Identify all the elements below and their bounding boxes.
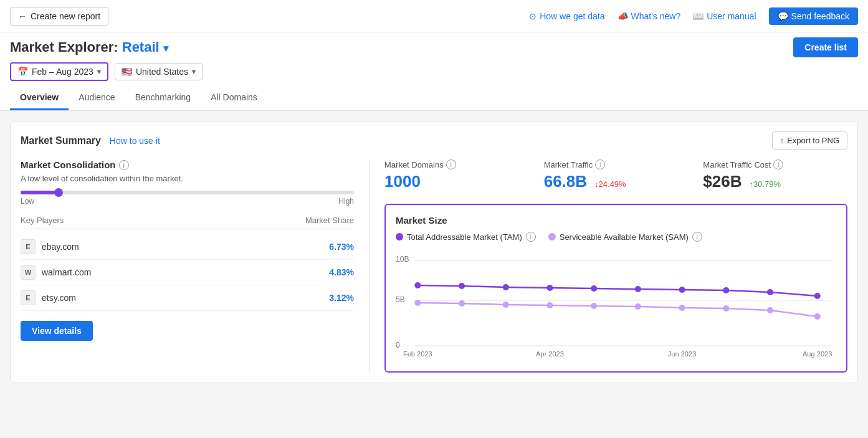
traffic-info-icon[interactable]: i <box>595 159 605 169</box>
create-list-button[interactable]: Create list <box>793 37 858 57</box>
bar-labels: Low High <box>21 197 354 206</box>
how-to-use-link[interactable]: How to use it <box>110 136 160 146</box>
market-traffic-value-row: 66.8B ↓24.49% <box>544 172 689 191</box>
tabs: Overview Audience Benchmarking All Domai… <box>10 87 858 110</box>
page-header-top: Market Explorer: Retail ▾ Create list <box>10 37 858 62</box>
export-button[interactable]: ↑ Export to PNG <box>772 131 847 150</box>
svg-point-9 <box>546 285 553 291</box>
player-left: E ebay.com <box>21 239 79 254</box>
svg-point-23 <box>723 305 729 312</box>
send-feedback-link[interactable]: 💬 Send feedback <box>769 7 858 25</box>
etsy-name: etsy.com <box>42 293 76 303</box>
ebay-share: 6.73% <box>329 242 354 252</box>
market-traffic-value: 66.8B <box>544 172 587 191</box>
svg-point-25 <box>814 313 821 320</box>
ebay-name: ebay.com <box>42 242 79 252</box>
tab-audience[interactable]: Audience <box>69 87 125 110</box>
svg-point-10 <box>591 285 597 292</box>
date-range-label: Feb – Aug 2023 <box>32 67 93 77</box>
left-panel: Market Consolidation i A low level of co… <box>21 159 370 373</box>
market-traffic-cost-value-row: $26B ↑30.79% <box>703 172 847 191</box>
market-traffic-cost-label: Market Traffic Cost i <box>703 159 847 169</box>
market-size-section: Market Size Total Addressable Market (TA… <box>384 204 847 373</box>
market-traffic-cost-change: ↑30.79% <box>750 179 781 189</box>
svg-point-8 <box>503 284 509 290</box>
svg-point-11 <box>635 286 641 292</box>
walmart-favicon: W <box>21 265 36 280</box>
bar-track <box>21 191 354 194</box>
market-traffic-label: Market Traffic i <box>544 159 689 169</box>
sam-legend-dot <box>548 233 556 240</box>
date-chevron-icon: ▾ <box>97 67 101 76</box>
consolidation-desc: A low level of consolidation within the … <box>21 174 354 183</box>
svg-point-14 <box>767 289 773 295</box>
domains-info-icon[interactable]: i <box>446 159 456 169</box>
etsy-favicon: E <box>21 290 36 305</box>
chart-svg: 10B 5B 0 <box>396 249 836 361</box>
top-bar-left: ← Create new report <box>10 7 108 26</box>
country-filter[interactable]: 🇺🇸 United States ▾ <box>115 63 203 80</box>
create-report-button[interactable]: ← Create new report <box>10 7 108 26</box>
title-chevron-icon[interactable]: ▾ <box>163 43 168 54</box>
upload-icon: ↑ <box>780 136 785 145</box>
whats-new-link[interactable]: 📣 What's new? <box>618 11 681 21</box>
market-traffic-metric: Market Traffic i 66.8B ↓24.49% <box>544 159 689 191</box>
svg-point-19 <box>546 302 553 308</box>
page-title: Market Explorer: Retail ▾ <box>10 39 168 55</box>
create-report-label: Create new report <box>31 11 100 21</box>
svg-point-21 <box>635 303 641 310</box>
svg-text:10B: 10B <box>396 255 409 264</box>
sam-info-icon[interactable]: i <box>692 232 702 242</box>
svg-point-16 <box>414 300 421 306</box>
title-link[interactable]: Retail <box>122 39 160 55</box>
chart-legend: Total Addressable Market (TAM) i Service… <box>396 232 836 242</box>
card-body: Market Consolidation i A low level of co… <box>21 159 847 373</box>
market-summary-title: Market Summary <box>21 135 101 146</box>
key-players-col1: Key Players <box>21 216 64 225</box>
svg-point-7 <box>459 283 465 289</box>
svg-point-12 <box>679 287 685 293</box>
user-manual-link[interactable]: 📖 User manual <box>693 11 756 21</box>
svg-text:Aug 2023: Aug 2023 <box>803 350 832 358</box>
tam-legend-dot <box>396 233 403 240</box>
metrics-row: Market Domains i 1000 Market Traffic i 6… <box>384 159 847 191</box>
bar-dot <box>54 188 63 197</box>
consolidation-title: Market Consolidation i <box>21 159 354 170</box>
card-header: Market Summary How to use it ↑ Export to… <box>21 131 847 150</box>
arrow-left-icon: ← <box>18 11 27 21</box>
svg-text:0: 0 <box>396 341 400 350</box>
country-chevron-icon: ▾ <box>192 67 196 76</box>
book-icon: 📖 <box>693 11 703 21</box>
page-header: Market Explorer: Retail ▾ Create list 📅 … <box>0 32 868 111</box>
etsy-share: 3.12% <box>329 293 354 303</box>
market-domains-label: Market Domains i <box>384 159 529 169</box>
question-circle-icon: ⊙ <box>529 11 537 21</box>
market-traffic-cost-value: $26B <box>703 172 742 191</box>
chat-icon: 💬 <box>778 11 788 21</box>
how-we-get-data-link[interactable]: ⊙ How we get data <box>529 11 604 21</box>
top-bar-right: ⊙ How we get data 📣 What's new? 📖 User m… <box>529 7 858 25</box>
megaphone-icon: 📣 <box>618 11 628 21</box>
tab-benchmarking[interactable]: Benchmarking <box>125 87 201 110</box>
bar-high-label: High <box>338 197 354 206</box>
walmart-name: walmart.com <box>42 267 91 277</box>
key-players-header: Key Players Market Share <box>21 216 354 229</box>
traffic-cost-info-icon[interactable]: i <box>773 159 783 169</box>
title-prefix: Market Explorer: <box>10 39 118 55</box>
svg-point-20 <box>591 303 597 309</box>
svg-text:Jun 2023: Jun 2023 <box>668 350 697 358</box>
date-range-filter[interactable]: 📅 Feb – Aug 2023 ▾ <box>10 62 108 81</box>
consolidation-info-icon[interactable]: i <box>119 160 129 170</box>
sam-label: Serviceable Available Market (SAM) <box>560 232 689 242</box>
tam-info-icon[interactable]: i <box>526 232 536 242</box>
tab-all-domains[interactable]: All Domains <box>201 87 267 110</box>
table-row: W walmart.com 4.83% <box>21 260 354 285</box>
consolidation-bar <box>21 191 354 194</box>
svg-text:Apr 2023: Apr 2023 <box>536 350 564 358</box>
market-size-chart: 10B 5B 0 <box>396 249 836 361</box>
tab-overview[interactable]: Overview <box>10 87 69 110</box>
flag-icon: 🇺🇸 <box>122 67 132 77</box>
svg-point-13 <box>723 287 729 293</box>
market-traffic-change: ↓24.49% <box>594 179 626 189</box>
view-details-button[interactable]: View details <box>21 321 93 341</box>
